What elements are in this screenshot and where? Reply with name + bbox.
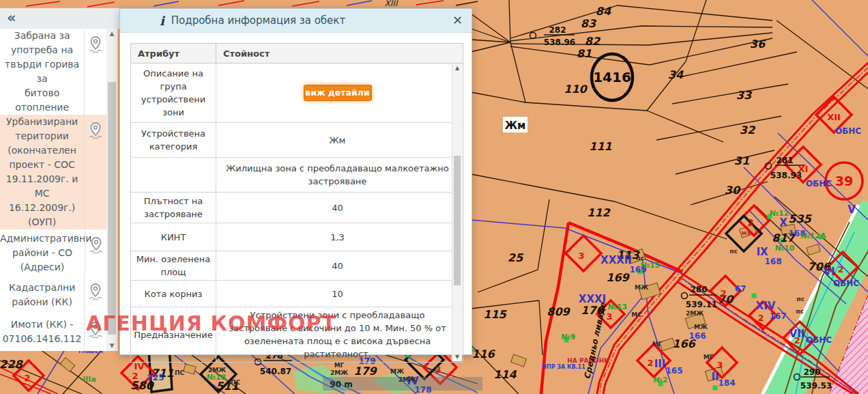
value-cell: виж детайли [216, 64, 463, 122]
sidebar-scrollbar[interactable]: ▲ ▼ [106, 29, 117, 351]
svg-text:VI: VI [823, 266, 835, 278]
svg-text:XIV: XIV [756, 300, 776, 312]
svg-text:XII: XII [827, 112, 841, 122]
svg-text:МС: МС [631, 311, 642, 318]
svg-text:90 m: 90 m [330, 380, 352, 389]
sidebar-item-3[interactable]: Кадастрални райони (КК) [0, 276, 106, 314]
scroll-up-icon[interactable]: ▲ [106, 29, 117, 39]
svg-text:пс: пс [729, 248, 738, 255]
svg-text:116: 116 [472, 348, 495, 361]
sidebar-item-2[interactable]: Административни райони - СО (Адреси) [0, 229, 106, 276]
table-row: Кота корниз10 [131, 281, 463, 307]
value-cell: Устройствени зони с преобладаващо застро… [216, 307, 463, 362]
location-pin-icon[interactable] [84, 276, 106, 314]
view-details-button[interactable]: виж детайли [304, 85, 372, 101]
svg-text:ИПР ЗА КВ.11: ИПР ЗА КВ.11 [542, 364, 585, 370]
svg-text:3: 3 [606, 311, 612, 322]
svg-text:110: 110 [564, 83, 588, 96]
location-pin-icon[interactable] [84, 29, 106, 115]
scrollbar-thumb[interactable] [108, 82, 116, 335]
svg-text:165: 165 [665, 366, 682, 376]
attribute-cell: КИНТ [131, 223, 216, 251]
location-pin-icon[interactable] [84, 314, 106, 350]
attribute-cell: Плътност на застрояване [131, 193, 216, 223]
attributes-table: Атрибут Стойност Описание на група устро… [130, 43, 463, 363]
svg-text:ОБНС: ОБНС [835, 126, 861, 136]
value-cell: Жилищна зона с преобладаващо малкоетажно… [216, 158, 463, 192]
svg-text:539.11: 539.11 [686, 300, 717, 309]
svg-text:X: X [779, 216, 787, 229]
svg-text:№13: №13 [608, 302, 628, 311]
column-header-attribute: Атрибут [131, 44, 216, 63]
dialog-header[interactable]: i Подробна информация за обект ✕ [120, 9, 472, 33]
svg-text:ОБНС: ОБНС [833, 279, 859, 288]
value-cell: 40 [216, 251, 463, 280]
scrollbar-thumb[interactable] [454, 156, 461, 285]
table-row: Устройствена категорияЖм [131, 123, 463, 158]
svg-text:№18: №18 [207, 373, 227, 382]
svg-text:2: 2 [747, 217, 753, 227]
location-pin-icon[interactable] [84, 350, 106, 351]
close-icon[interactable]: ✕ [452, 14, 463, 27]
collapse-sidebar-button[interactable]: « [7, 10, 16, 26]
location-pin-icon[interactable] [84, 115, 106, 229]
column-header-value: Стойност [216, 44, 463, 63]
svg-text:IIIа: IIIа [83, 375, 96, 384]
svg-text:2МЖ: 2МЖ [330, 369, 348, 376]
sidebar-item-0[interactable]: Забрана за употреба на твърди горива за … [0, 29, 106, 115]
svg-text:мж: мж [742, 229, 753, 236]
svg-text:84: 84 [596, 5, 611, 18]
attribute-cell: Описание на група устройствени зони [131, 64, 216, 122]
table-header: Атрибут Стойност [131, 44, 463, 64]
svg-text:2МЖ: 2МЖ [686, 310, 704, 317]
value-cell: 40 [216, 193, 463, 223]
svg-text:XI: XI [798, 164, 809, 174]
svg-text:34: 34 [668, 68, 684, 81]
value-cell: 1,3 [216, 223, 463, 251]
sidebar-topbar: « [0, 8, 119, 29]
scroll-down-icon[interactable]: ▼ [106, 341, 117, 351]
table-row: ПредназначениеУстройствени зони с преобл… [131, 307, 463, 362]
svg-text:№2: №2 [654, 376, 668, 384]
svg-text:XIII: XIII [385, 0, 399, 8]
scroll-up-icon[interactable]: ▲ [452, 64, 462, 72]
sidebar-item-label: Имоти (КК) - 07106.1416.112 [0, 318, 84, 346]
svg-text:2МЖ: 2МЖ [208, 367, 226, 374]
svg-text:112: 112 [587, 206, 611, 219]
location-pin-icon[interactable] [85, 229, 106, 276]
svg-text:539.53: 539.53 [800, 381, 832, 391]
table-row: КИНТ1,3 [131, 223, 463, 251]
table-scrollbar[interactable]: ▲ ▼ [452, 64, 462, 361]
svg-text:82: 82 [585, 35, 601, 48]
app-window: 8483828111036343311132313025112113169170… [0, 0, 868, 394]
svg-text:МЖ: МЖ [694, 324, 708, 330]
svg-text:МГ: МГ [652, 341, 663, 348]
svg-text:290: 290 [803, 367, 820, 377]
svg-text:МГ: МГ [704, 354, 714, 361]
table-row: Мин. озеленена площ40 [131, 251, 463, 281]
svg-text:282: 282 [549, 25, 566, 35]
svg-text:1416: 1416 [593, 69, 631, 85]
svg-text:МЖ: МЖ [390, 368, 404, 375]
attribute-cell: Устройствена категория [131, 123, 216, 157]
sidebar-item-5[interactable]: УПИ (Регулация) [0, 350, 106, 351]
svg-text:№9: №9 [562, 333, 576, 341]
svg-text:XXXII: XXXII [601, 254, 632, 266]
svg-text:111: 111 [589, 140, 611, 153]
value-cell: Жм [216, 123, 463, 157]
svg-text:№10: №10 [775, 244, 795, 253]
sidebar-item-4[interactable]: Имоти (КК) - 07106.1416.112 [0, 314, 106, 350]
svg-text:2: 2 [720, 288, 726, 298]
svg-text:МЖ: МЖ [635, 284, 648, 291]
sidebar-item-1[interactable]: Урбанизирани територии (окончателен прое… [0, 115, 106, 229]
svg-text:IV: IV [134, 361, 145, 371]
value-cell: 10 [216, 281, 463, 307]
scroll-down-icon[interactable]: ▼ [452, 352, 462, 361]
svg-text:281: 281 [776, 156, 793, 165]
sidebar-item-label: Урбанизирани територии (окончателен прое… [0, 115, 84, 229]
table-row: Описание на група устройствени зонивиж д… [131, 64, 463, 123]
svg-text:33: 33 [736, 89, 753, 102]
svg-text:Жм: Жм [505, 119, 526, 132]
svg-text:168: 168 [764, 257, 781, 266]
svg-text:115: 115 [483, 308, 507, 321]
